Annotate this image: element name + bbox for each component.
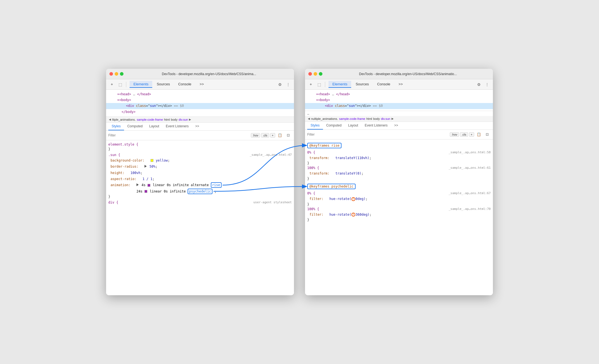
styles-tab-layout[interactable]: Layout (146, 123, 162, 130)
tab-console-right[interactable]: Console (373, 81, 394, 88)
css-rule-header-keyframes-psychedelic: @keyframes psychedelic (305, 183, 493, 190)
breadcrumb-back-right[interactable]: ◀ (308, 117, 310, 120)
close-button[interactable] (109, 72, 113, 76)
breadcrumb-html-right[interactable]: html (366, 117, 372, 120)
traffic-lights-left (109, 72, 124, 76)
breadcrumb-body-right[interactable]: body (373, 117, 380, 120)
css-prop-filter-psychedelic-100: filter: hue-rotate(!360deg); (305, 212, 493, 218)
dom-line-body-close: </body> (106, 109, 294, 115)
css-brace-close-element: } (106, 147, 294, 151)
tab-sources-right[interactable]: Sources (352, 81, 373, 88)
css-prop-bg: background-color: yellow; (106, 157, 294, 163)
styles-tab-styles[interactable]: Styles (108, 123, 124, 130)
toolbar-divider (126, 82, 126, 87)
breadcrumb-body[interactable]: body (171, 118, 178, 121)
dom-line-head: ▾<head> … </head> (106, 91, 294, 97)
filter-toggle-left[interactable]: ⊡ (285, 132, 292, 139)
styles-tab-computed[interactable]: Computed (124, 123, 146, 130)
css-rule-header-sun: .sun { _sample_.ap…ons.html:47 (106, 152, 294, 157)
tab-sources[interactable]: Sources (153, 81, 174, 88)
styles-tab-more[interactable]: >> (192, 123, 203, 130)
css-rule-keyframes-rise: @keyframes rise 0% { _sample_.ap…ons.htm… (305, 142, 493, 182)
gear-icon-right[interactable]: ⚙ (475, 81, 482, 88)
inspector-icon-right[interactable]: ⬚ (316, 81, 323, 88)
css-brace-0pct-rise: } (305, 161, 493, 165)
css-0pct-psychedelic-selector: 0% { (307, 191, 315, 195)
css-source-sun[interactable]: _sample_.ap…ons.html:47 (250, 153, 292, 157)
css-prop-transform-rise-100: transform: translateY(0); (305, 170, 493, 176)
css-source-100pct-psychedelic[interactable]: _sample_.ap…ons.html:70 (449, 207, 491, 211)
window-title-right: DevTools - developer.mozilla.org/en-US/d… (326, 72, 490, 76)
breadcrumb-filename-right: nultiple_animations. (311, 117, 338, 120)
dom-line-head-right: ▾<head> … </head> (305, 91, 493, 97)
filter-add-left[interactable]: + (270, 133, 275, 138)
styles-tabs-right: Styles Computed Layout Event Listeners >… (305, 122, 493, 130)
css-rule-element-style: element.style { } (106, 141, 294, 152)
tab-console[interactable]: Console (174, 81, 195, 88)
tab-more-right[interactable]: >> (395, 81, 407, 88)
css-source-0pct-psychedelic[interactable]: _sample_.ap…ons.html:67 (449, 191, 491, 195)
styles-tab-event-listeners[interactable]: Event Listeners (162, 123, 192, 130)
styles-tab-computed-right[interactable]: Computed (323, 122, 345, 130)
more-icon-right[interactable]: ⋮ (484, 81, 491, 88)
breadcrumb-left: ◀ ltiple_animations.sample-code-frame ht… (106, 117, 294, 123)
animation-name-rise[interactable]: rise (211, 182, 222, 188)
more-icon-left[interactable]: ⋮ (285, 81, 292, 88)
css-prop-filter-psychedelic-0: filter: hue-rotate(!0deg); (305, 196, 493, 202)
filter-input-left[interactable] (108, 133, 249, 137)
breadcrumb-filename: ltiple_animations. (112, 118, 136, 121)
css-0pct-rise-selector: 0% { (307, 151, 315, 154)
styles-tab-event-listeners-right[interactable]: Event Listeners (361, 122, 391, 130)
filter-cls-left[interactable]: .cls (261, 133, 269, 138)
css-rule-100pct-psychedelic: 100% { _sample_.ap…ons.html:70 (305, 207, 493, 212)
filter-toggle-right[interactable]: ⊡ (484, 131, 491, 138)
dom-line-div-selected[interactable]: <div class="sun"></div> == $0 (106, 103, 294, 109)
breadcrumb-frame[interactable]: sample-code-frame (137, 118, 163, 121)
cursor-icon-right[interactable]: ⌖ (307, 81, 314, 88)
tab-more[interactable]: >> (196, 81, 208, 88)
maximize-button-right[interactable] (319, 72, 322, 76)
traffic-lights-right (308, 72, 322, 76)
styles-tab-styles-right[interactable]: Styles (307, 122, 323, 130)
css-source-0pct-rise[interactable]: _sample_.ap…ons.html:58 (449, 151, 491, 154)
filter-controls-left: :hov .cls + 📋 ⊡ (251, 132, 292, 139)
triangle-animation[interactable] (136, 183, 139, 186)
tab-elements[interactable]: Elements (130, 81, 152, 88)
maximize-button[interactable] (120, 72, 124, 76)
breadcrumb-html[interactable]: html (164, 118, 170, 121)
styles-tab-more-right[interactable]: >> (391, 122, 401, 130)
minimize-button[interactable] (115, 72, 118, 76)
filter-copy-right[interactable]: 📋 (475, 131, 482, 138)
gear-icon-left[interactable]: ⚙ (276, 81, 283, 88)
breadcrumb-frame-right[interactable]: sample-code-frame (339, 117, 365, 120)
minimize-button-right[interactable] (314, 72, 317, 76)
color-swatch-yellow[interactable] (151, 159, 153, 162)
toolbar-right-left: ⚙ ⋮ (276, 81, 292, 88)
filter-hov-right[interactable]: :hov (450, 132, 459, 137)
title-bar-left: DevTools - developer.mozilla.org/en-US/d… (106, 69, 294, 79)
triangle-border-radius[interactable] (145, 165, 147, 168)
breadcrumb-forward[interactable]: ▶ (189, 118, 191, 121)
devtools-window-left: DevTools - developer.mozilla.org/en-US/d… (106, 69, 294, 295)
inspector-icon[interactable]: ⬚ (117, 81, 124, 88)
breadcrumb-div-sun-right[interactable]: div.sun (381, 117, 390, 120)
filter-input-right[interactable] (307, 133, 448, 136)
breadcrumb-div-sun[interactable]: div.sun (178, 118, 188, 121)
filter-add-right[interactable]: + (469, 132, 474, 137)
styles-tab-layout-right[interactable]: Layout (345, 122, 361, 130)
filter-copy-left[interactable]: 📋 (276, 132, 283, 139)
breadcrumb-back[interactable]: ◀ (109, 118, 111, 121)
dom-line-div-selected-right[interactable]: <div class="sun"></div> == $0 (305, 103, 493, 109)
css-rule-header-keyframes-rise: @keyframes rise (305, 142, 493, 149)
css-source-div[interactable]: user-agent stylesheet (253, 201, 292, 204)
breadcrumb-forward-right[interactable]: ▶ (392, 117, 394, 120)
close-button-right[interactable] (308, 72, 312, 76)
filter-hov-left[interactable]: :hov (251, 133, 260, 138)
cursor-icon[interactable]: ⌖ (108, 81, 115, 88)
filter-cls-right[interactable]: .cls (460, 132, 468, 137)
warning-icon-hue-100: ! (351, 213, 355, 217)
css-brace-0pct-psychedelic: } (305, 202, 493, 207)
tab-elements-right[interactable]: Elements (329, 81, 351, 88)
css-source-100pct-rise[interactable]: _sample_.ap…ons.html:61 (449, 166, 491, 170)
animation-name-psychedelic[interactable]: psychedelic (188, 189, 212, 194)
